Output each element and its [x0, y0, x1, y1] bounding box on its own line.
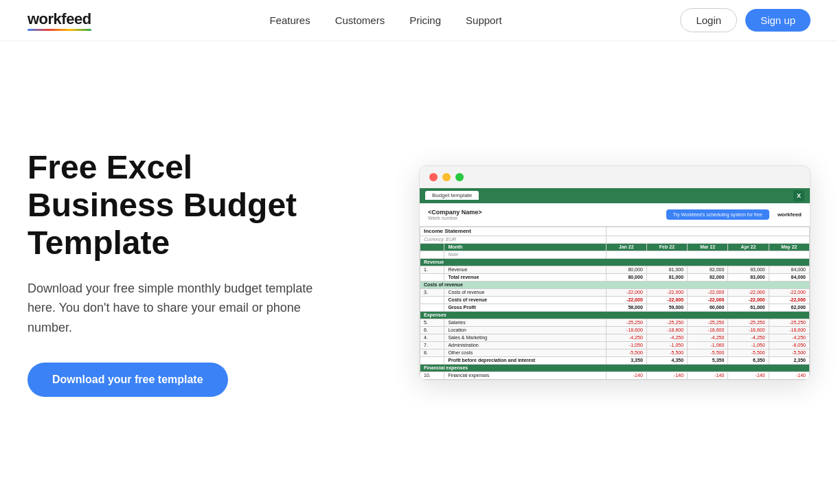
costs-row: 3. Costs of revenue -22,000 -22,000 -22,…	[420, 288, 810, 296]
nav-actions: Login Sign up	[680, 8, 811, 32]
hero-subtitle: Download your free simple monthly budget…	[27, 279, 343, 338]
revenue-row: 1. Revenue 80,000 81,000 82,000 83,000 8…	[420, 266, 810, 273]
sheet-banner: <Company Name> Week number Try Workfeed'…	[420, 203, 810, 227]
nav-pricing[interactable]: Pricing	[409, 14, 441, 26]
nav-features[interactable]: Features	[269, 14, 310, 26]
sales-marketing-row: 4. Sales & Marketing -4,250 -4,250 -4,25…	[420, 334, 810, 341]
sheet-toolbar: Budget template X	[420, 188, 810, 203]
login-button[interactable]: Login	[680, 8, 737, 32]
total-revenue-row: Total revenue 80,000 81,000 82,000 83,00…	[420, 273, 810, 281]
download-cta-button[interactable]: Download your free template	[27, 363, 228, 397]
other-costs-row: 8. Other costs -5,500 -5,500 -5,500 -5,5…	[420, 349, 810, 356]
hero-text: Free Excel Business Budget Template Down…	[27, 148, 343, 397]
excel-icon: X	[793, 190, 804, 201]
note-row: Note	[420, 251, 810, 258]
total-costs-row: Costs of revenue -22,000 -22,000 -22,000…	[420, 296, 810, 303]
nav-links: Features Customers Pricing Support	[269, 14, 501, 26]
dot-red	[429, 173, 438, 181]
nav-support[interactable]: Support	[466, 14, 502, 26]
financial-section-header: Financial expenses	[420, 364, 810, 371]
dot-green	[455, 173, 464, 181]
sheet-tab: Budget template	[425, 191, 479, 200]
spreadsheet-table: Income Statement Currency: EUR Month Jan…	[420, 227, 810, 380]
week-label: Week number	[428, 216, 658, 220]
signup-button[interactable]: Sign up	[745, 9, 811, 32]
nav-customers[interactable]: Customers	[335, 14, 385, 26]
logo-text: workfeed	[27, 10, 91, 31]
revenue-section-header: Revenue	[420, 258, 810, 266]
gross-profit-row: Gross Profit 58,000 59,000 60,000 61,000…	[420, 303, 810, 311]
salaries-row: 5. Salaries -25,250 -25,250 -25,250 -25,…	[420, 319, 810, 326]
expenses-header-row: Expenses	[420, 311, 810, 319]
financial-expenses-row: 10. Financial expenses -140 -140 -140 -1…	[420, 371, 810, 379]
spreadsheet-preview: Budget template X <Company Name> Week nu…	[419, 165, 811, 380]
location-row: 6. Location -18,600 -18,600 -18,600 -18,…	[420, 326, 810, 334]
logo[interactable]: workfeed	[27, 10, 91, 31]
profit-before-depreciation-row: Profit before depreciation and interest …	[420, 356, 810, 364]
company-name: <Company Name>	[428, 209, 658, 216]
workfeed-banner-btn[interactable]: Try Workfeed's scheduling system for fre…	[666, 209, 769, 220]
spreadsheet-window: Budget template X <Company Name> Week nu…	[419, 165, 811, 380]
workfeed-logo-small: workfeed	[778, 211, 802, 218]
dot-yellow	[442, 173, 451, 181]
hero-section: Free Excel Business Budget Template Down…	[0, 41, 838, 504]
sheet-content: Income Statement Currency: EUR Month Jan…	[420, 227, 810, 380]
column-header-row: Month Jan 22 Feb 22 Mar 22 Apr 22 May 22	[420, 243, 810, 251]
income-statement-label-row: Income Statement	[420, 227, 810, 236]
costs-section-header: Costs of revenue	[420, 281, 810, 288]
currency-row: Currency: EUR	[420, 236, 810, 243]
administration-row: 7. Administration -1,050 -1,050 -1,060 -…	[420, 341, 810, 349]
navbar: workfeed Features Customers Pricing Supp…	[0, 0, 838, 41]
window-chrome	[420, 166, 810, 188]
hero-title: Free Excel Business Budget Template	[27, 148, 343, 262]
company-info: <Company Name> Week number	[428, 209, 658, 220]
